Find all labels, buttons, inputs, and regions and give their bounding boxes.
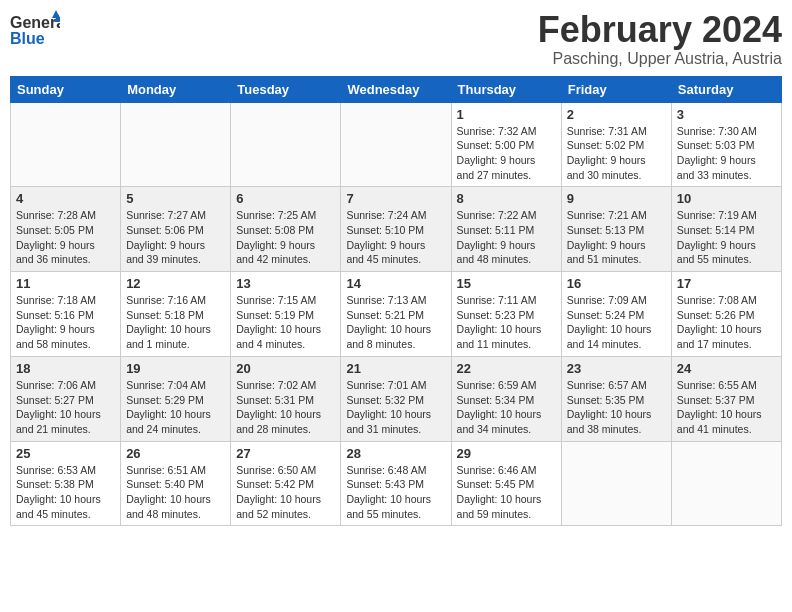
calendar-day-6: 6Sunrise: 7:25 AM Sunset: 5:08 PM Daylig…	[231, 187, 341, 272]
day-info: Sunrise: 7:21 AM Sunset: 5:13 PM Dayligh…	[567, 208, 666, 267]
calendar-day-17: 17Sunrise: 7:08 AM Sunset: 5:26 PM Dayli…	[671, 272, 781, 357]
day-info: Sunrise: 7:06 AM Sunset: 5:27 PM Dayligh…	[16, 378, 115, 437]
title-area: February 2024 Pasching, Upper Austria, A…	[538, 10, 782, 68]
calendar-day-empty	[121, 102, 231, 187]
day-number: 26	[126, 446, 225, 461]
svg-text:Blue: Blue	[10, 30, 45, 47]
day-info: Sunrise: 7:32 AM Sunset: 5:00 PM Dayligh…	[457, 124, 556, 183]
day-info: Sunrise: 7:08 AM Sunset: 5:26 PM Dayligh…	[677, 293, 776, 352]
calendar-day-18: 18Sunrise: 7:06 AM Sunset: 5:27 PM Dayli…	[11, 356, 121, 441]
day-number: 17	[677, 276, 776, 291]
day-number: 16	[567, 276, 666, 291]
main-title: February 2024	[538, 10, 782, 50]
day-info: Sunrise: 6:50 AM Sunset: 5:42 PM Dayligh…	[236, 463, 335, 522]
day-number: 10	[677, 191, 776, 206]
calendar-day-22: 22Sunrise: 6:59 AM Sunset: 5:34 PM Dayli…	[451, 356, 561, 441]
calendar-day-3: 3Sunrise: 7:30 AM Sunset: 5:03 PM Daylig…	[671, 102, 781, 187]
day-info: Sunrise: 7:04 AM Sunset: 5:29 PM Dayligh…	[126, 378, 225, 437]
calendar-day-4: 4Sunrise: 7:28 AM Sunset: 5:05 PM Daylig…	[11, 187, 121, 272]
day-number: 19	[126, 361, 225, 376]
day-info: Sunrise: 6:59 AM Sunset: 5:34 PM Dayligh…	[457, 378, 556, 437]
day-info: Sunrise: 7:13 AM Sunset: 5:21 PM Dayligh…	[346, 293, 445, 352]
logo: General Blue	[10, 10, 60, 59]
weekday-header-monday: Monday	[121, 76, 231, 102]
day-number: 15	[457, 276, 556, 291]
day-info: Sunrise: 7:27 AM Sunset: 5:06 PM Dayligh…	[126, 208, 225, 267]
weekday-header-friday: Friday	[561, 76, 671, 102]
weekday-header-thursday: Thursday	[451, 76, 561, 102]
calendar-day-7: 7Sunrise: 7:24 AM Sunset: 5:10 PM Daylig…	[341, 187, 451, 272]
calendar-day-empty	[341, 102, 451, 187]
day-info: Sunrise: 7:09 AM Sunset: 5:24 PM Dayligh…	[567, 293, 666, 352]
day-number: 29	[457, 446, 556, 461]
day-info: Sunrise: 6:46 AM Sunset: 5:45 PM Dayligh…	[457, 463, 556, 522]
calendar-day-26: 26Sunrise: 6:51 AM Sunset: 5:40 PM Dayli…	[121, 441, 231, 526]
subtitle: Pasching, Upper Austria, Austria	[538, 50, 782, 68]
calendar-day-empty	[671, 441, 781, 526]
calendar-day-10: 10Sunrise: 7:19 AM Sunset: 5:14 PM Dayli…	[671, 187, 781, 272]
calendar-week-row: 11Sunrise: 7:18 AM Sunset: 5:16 PM Dayli…	[11, 272, 782, 357]
day-number: 8	[457, 191, 556, 206]
calendar-day-2: 2Sunrise: 7:31 AM Sunset: 5:02 PM Daylig…	[561, 102, 671, 187]
calendar-day-16: 16Sunrise: 7:09 AM Sunset: 5:24 PM Dayli…	[561, 272, 671, 357]
day-info: Sunrise: 7:28 AM Sunset: 5:05 PM Dayligh…	[16, 208, 115, 267]
calendar-day-11: 11Sunrise: 7:18 AM Sunset: 5:16 PM Dayli…	[11, 272, 121, 357]
day-info: Sunrise: 7:11 AM Sunset: 5:23 PM Dayligh…	[457, 293, 556, 352]
day-number: 9	[567, 191, 666, 206]
calendar-week-row: 18Sunrise: 7:06 AM Sunset: 5:27 PM Dayli…	[11, 356, 782, 441]
weekday-header-tuesday: Tuesday	[231, 76, 341, 102]
calendar-day-8: 8Sunrise: 7:22 AM Sunset: 5:11 PM Daylig…	[451, 187, 561, 272]
day-number: 22	[457, 361, 556, 376]
day-number: 25	[16, 446, 115, 461]
day-info: Sunrise: 7:22 AM Sunset: 5:11 PM Dayligh…	[457, 208, 556, 267]
calendar-week-row: 25Sunrise: 6:53 AM Sunset: 5:38 PM Dayli…	[11, 441, 782, 526]
day-info: Sunrise: 7:02 AM Sunset: 5:31 PM Dayligh…	[236, 378, 335, 437]
day-number: 23	[567, 361, 666, 376]
calendar-day-24: 24Sunrise: 6:55 AM Sunset: 5:37 PM Dayli…	[671, 356, 781, 441]
day-info: Sunrise: 7:24 AM Sunset: 5:10 PM Dayligh…	[346, 208, 445, 267]
day-number: 1	[457, 107, 556, 122]
day-info: Sunrise: 7:01 AM Sunset: 5:32 PM Dayligh…	[346, 378, 445, 437]
day-number: 13	[236, 276, 335, 291]
calendar-day-12: 12Sunrise: 7:16 AM Sunset: 5:18 PM Dayli…	[121, 272, 231, 357]
calendar-week-row: 1Sunrise: 7:32 AM Sunset: 5:00 PM Daylig…	[11, 102, 782, 187]
day-info: Sunrise: 6:53 AM Sunset: 5:38 PM Dayligh…	[16, 463, 115, 522]
day-info: Sunrise: 7:16 AM Sunset: 5:18 PM Dayligh…	[126, 293, 225, 352]
day-number: 5	[126, 191, 225, 206]
svg-text:General: General	[10, 14, 60, 31]
day-number: 6	[236, 191, 335, 206]
calendar-day-28: 28Sunrise: 6:48 AM Sunset: 5:43 PM Dayli…	[341, 441, 451, 526]
calendar-day-23: 23Sunrise: 6:57 AM Sunset: 5:35 PM Dayli…	[561, 356, 671, 441]
day-info: Sunrise: 7:31 AM Sunset: 5:02 PM Dayligh…	[567, 124, 666, 183]
calendar-day-21: 21Sunrise: 7:01 AM Sunset: 5:32 PM Dayli…	[341, 356, 451, 441]
calendar-day-20: 20Sunrise: 7:02 AM Sunset: 5:31 PM Dayli…	[231, 356, 341, 441]
calendar-day-empty	[231, 102, 341, 187]
calendar-table: SundayMondayTuesdayWednesdayThursdayFrid…	[10, 76, 782, 527]
day-number: 4	[16, 191, 115, 206]
day-info: Sunrise: 6:51 AM Sunset: 5:40 PM Dayligh…	[126, 463, 225, 522]
calendar-day-5: 5Sunrise: 7:27 AM Sunset: 5:06 PM Daylig…	[121, 187, 231, 272]
weekday-header-saturday: Saturday	[671, 76, 781, 102]
day-number: 3	[677, 107, 776, 122]
calendar-day-14: 14Sunrise: 7:13 AM Sunset: 5:21 PM Dayli…	[341, 272, 451, 357]
calendar-day-empty	[561, 441, 671, 526]
calendar-day-25: 25Sunrise: 6:53 AM Sunset: 5:38 PM Dayli…	[11, 441, 121, 526]
calendar-week-row: 4Sunrise: 7:28 AM Sunset: 5:05 PM Daylig…	[11, 187, 782, 272]
calendar-day-13: 13Sunrise: 7:15 AM Sunset: 5:19 PM Dayli…	[231, 272, 341, 357]
calendar-day-1: 1Sunrise: 7:32 AM Sunset: 5:00 PM Daylig…	[451, 102, 561, 187]
calendar-day-29: 29Sunrise: 6:46 AM Sunset: 5:45 PM Dayli…	[451, 441, 561, 526]
day-number: 11	[16, 276, 115, 291]
day-info: Sunrise: 7:18 AM Sunset: 5:16 PM Dayligh…	[16, 293, 115, 352]
day-number: 27	[236, 446, 335, 461]
calendar-day-27: 27Sunrise: 6:50 AM Sunset: 5:42 PM Dayli…	[231, 441, 341, 526]
day-info: Sunrise: 7:15 AM Sunset: 5:19 PM Dayligh…	[236, 293, 335, 352]
calendar-day-9: 9Sunrise: 7:21 AM Sunset: 5:13 PM Daylig…	[561, 187, 671, 272]
day-info: Sunrise: 7:19 AM Sunset: 5:14 PM Dayligh…	[677, 208, 776, 267]
day-number: 21	[346, 361, 445, 376]
weekday-header-wednesday: Wednesday	[341, 76, 451, 102]
calendar-day-19: 19Sunrise: 7:04 AM Sunset: 5:29 PM Dayli…	[121, 356, 231, 441]
day-info: Sunrise: 7:30 AM Sunset: 5:03 PM Dayligh…	[677, 124, 776, 183]
day-number: 2	[567, 107, 666, 122]
page-header: General Blue February 2024 Pasching, Upp…	[10, 10, 782, 68]
day-number: 18	[16, 361, 115, 376]
